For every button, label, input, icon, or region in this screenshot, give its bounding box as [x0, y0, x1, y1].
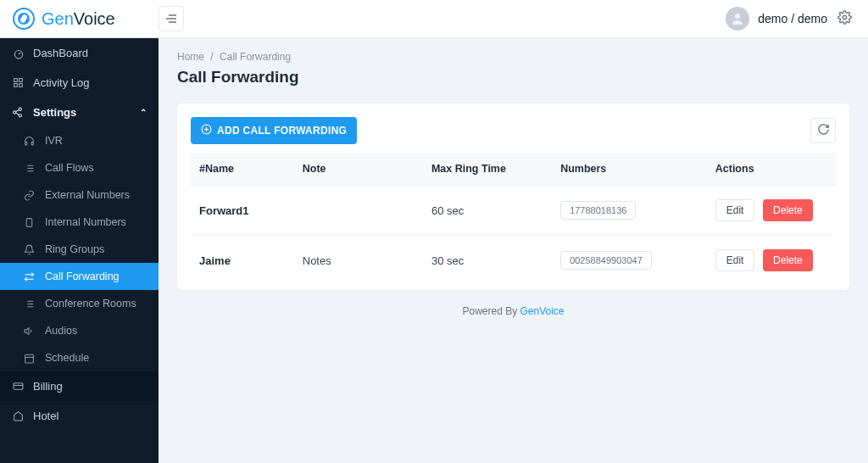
- cell-numbers: 17788018136: [552, 186, 707, 236]
- svg-rect-10: [19, 84, 23, 87]
- sidebar-item-ivr[interactable]: IVR: [0, 127, 159, 154]
- table-row: Forward1 60 sec 17788018136 Edit Delete: [191, 186, 836, 236]
- call-forwarding-table: #Name Note Max Ring Time Numbers Actions…: [191, 153, 836, 285]
- edit-button[interactable]: Edit: [715, 249, 755, 271]
- svg-rect-17: [31, 142, 33, 144]
- logo-text: GenVoice: [42, 9, 115, 29]
- cell-ring: 30 sec: [423, 236, 552, 286]
- bell-icon: [24, 244, 36, 255]
- add-button-label: ADD CALL FORWARDING: [217, 125, 347, 137]
- sidebar-item-ring-groups[interactable]: Ring Groups: [0, 236, 159, 263]
- sidebar-item-callflows[interactable]: Call Flows: [0, 154, 159, 181]
- svg-point-3: [735, 14, 740, 19]
- sidebar-item-label: Hotel: [33, 410, 147, 422]
- number-badge: 17788018136: [560, 201, 636, 220]
- sidebar-item-label: Audios: [45, 325, 77, 337]
- sidebar-item-billing[interactable]: Billing: [0, 371, 159, 401]
- svg-point-12: [14, 111, 16, 114]
- headphones-icon: [24, 136, 36, 147]
- footer-brand-link[interactable]: GenVoice: [520, 305, 565, 317]
- sidebar-item-schedule[interactable]: Schedule: [0, 344, 159, 371]
- sidebar-item-dashboard[interactable]: DashBoard: [0, 38, 159, 68]
- sidebar-item-activity[interactable]: Activity Log: [0, 68, 159, 98]
- volume-icon: [24, 326, 36, 337]
- sidebar-item-audios[interactable]: Audios: [0, 317, 159, 344]
- col-note: Note: [294, 153, 423, 186]
- logo-gen: Gen: [42, 9, 74, 28]
- list-icon: [24, 298, 36, 310]
- svg-point-4: [843, 15, 846, 19]
- grid-icon: [12, 77, 25, 88]
- settings-button[interactable]: [834, 7, 855, 31]
- call-forwarding-card: ADD CALL FORWARDING #Name Note Max Ring …: [177, 103, 849, 290]
- plus-circle-icon: [201, 124, 212, 137]
- user-menu[interactable]: demo / demo: [726, 7, 827, 31]
- footer-prefix: Powered By: [462, 305, 520, 317]
- col-actions: Actions: [707, 153, 836, 186]
- sidebar-item-label: Ring Groups: [45, 243, 104, 255]
- cell-note: [294, 186, 423, 236]
- col-numbers: Numbers: [552, 153, 707, 186]
- delete-button[interactable]: Delete: [763, 249, 813, 271]
- col-ring: Max Ring Time: [423, 153, 552, 186]
- breadcrumb-home[interactable]: Home: [177, 51, 204, 63]
- sidebar-item-label: Call Flows: [45, 162, 94, 174]
- sidebar-group-settings[interactable]: Settings ⌃: [0, 98, 159, 127]
- sidebar-item-label: Call Forwarding: [45, 271, 120, 282]
- cell-name: Forward1: [191, 186, 294, 236]
- svg-point-11: [19, 108, 21, 110]
- calendar-icon: [24, 353, 36, 364]
- link-icon: [24, 190, 36, 201]
- sidebar-item-internal-numbers[interactable]: Internal Numbers: [0, 209, 159, 236]
- breadcrumb: Home / Call Forwarding: [177, 51, 849, 63]
- cell-note: Notes: [294, 236, 423, 286]
- refresh-button[interactable]: [810, 118, 836, 143]
- page-title: Call Forwarding: [177, 68, 849, 86]
- sidebar-item-call-forwarding[interactable]: Call Forwarding: [0, 263, 159, 290]
- cell-ring: 60 sec: [423, 186, 552, 236]
- col-name: #Name: [191, 153, 294, 186]
- svg-rect-29: [25, 354, 34, 363]
- sidebar-item-label: Billing: [33, 380, 147, 393]
- sidebar-item-external-numbers[interactable]: External Numbers: [0, 181, 159, 209]
- sidebar: DashBoard Activity Log Settings ⌃ IVR Ca…: [0, 38, 159, 463]
- svg-line-14: [16, 110, 19, 112]
- svg-line-6: [19, 52, 20, 53]
- sidebar-toggle-button[interactable]: [159, 6, 184, 31]
- cell-actions: Edit Delete: [707, 236, 836, 286]
- cell-actions: Edit Delete: [707, 186, 836, 236]
- footer: Powered By GenVoice: [177, 305, 849, 317]
- chevron-up-icon: ⌃: [140, 108, 147, 117]
- sidebar-item-hotel[interactable]: Hotel: [0, 401, 159, 431]
- svg-point-13: [19, 114, 21, 117]
- main-content: Home / Call Forwarding Call Forwarding A…: [159, 38, 868, 463]
- sidebar-item-label: Settings: [33, 106, 131, 119]
- cell-name: Jaime: [191, 236, 294, 286]
- sidebar-item-label: Conference Rooms: [45, 298, 136, 310]
- svg-point-5: [14, 50, 22, 58]
- sidebar-item-label: Internal Numbers: [45, 216, 126, 228]
- gear-icon: [837, 14, 852, 27]
- sidebar-item-label: DashBoard: [33, 47, 147, 59]
- edit-button[interactable]: Edit: [715, 199, 755, 221]
- list-icon: [24, 163, 36, 174]
- sidebar-item-label: Activity Log: [33, 76, 147, 89]
- logo[interactable]: GenVoice: [13, 8, 159, 30]
- breadcrumb-sep: /: [210, 51, 213, 63]
- sidebar-item-conference[interactable]: Conference Rooms: [0, 290, 159, 317]
- device-icon: [24, 217, 36, 228]
- delete-button[interactable]: Delete: [763, 199, 813, 221]
- home-icon: [12, 410, 25, 421]
- forward-icon: [24, 271, 36, 282]
- svg-rect-16: [25, 142, 27, 144]
- number-badge: 00258849903047: [560, 251, 652, 270]
- svg-rect-24: [26, 218, 32, 226]
- sidebar-item-label: IVR: [45, 135, 63, 147]
- svg-rect-8: [19, 79, 23, 82]
- top-bar: GenVoice demo / demo: [0, 0, 868, 38]
- svg-rect-31: [14, 383, 23, 390]
- svg-rect-7: [14, 79, 18, 82]
- sidebar-item-label: External Numbers: [45, 189, 130, 201]
- logo-icon: [13, 8, 35, 30]
- add-call-forwarding-button[interactable]: ADD CALL FORWARDING: [191, 117, 357, 144]
